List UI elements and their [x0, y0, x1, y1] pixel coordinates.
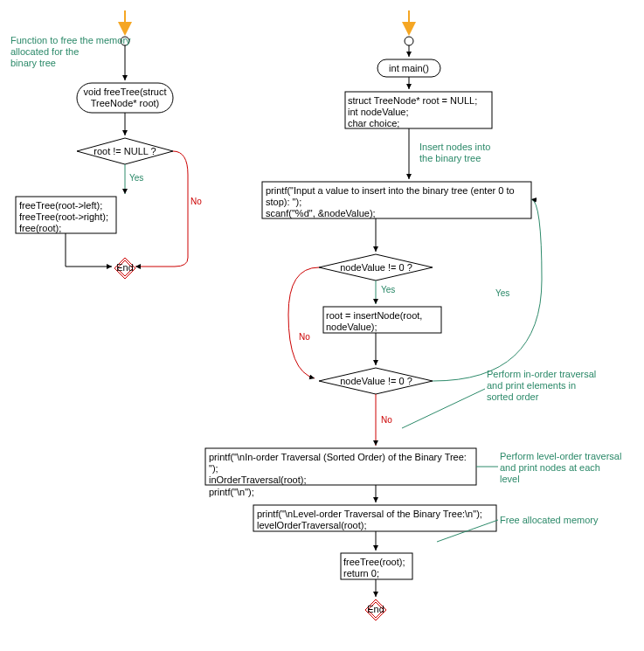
- svg-rect-19: [323, 307, 441, 333]
- svg-rect-23: [205, 448, 476, 485]
- svg-line-22: [402, 389, 485, 428]
- svg-rect-29: [341, 553, 412, 579]
- svg-marker-18: [319, 254, 433, 280]
- svg-point-10: [405, 37, 413, 45]
- svg-rect-6: [16, 197, 116, 233]
- svg-point-1: [121, 37, 129, 45]
- svg-marker-5: [77, 138, 173, 164]
- svg-rect-16: [262, 182, 531, 218]
- svg-marker-21: [319, 368, 433, 394]
- flowchart-canvas: [0, 0, 644, 651]
- svg-rect-26: [253, 505, 496, 531]
- svg-rect-12: [377, 59, 440, 77]
- svg-rect-14: [345, 92, 492, 128]
- svg-rect-3: [77, 83, 173, 113]
